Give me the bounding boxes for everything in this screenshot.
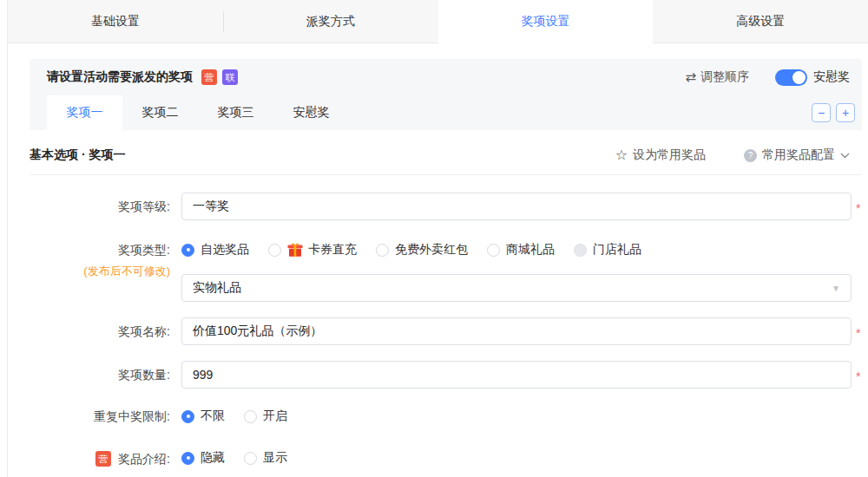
prize-tab-consolation[interactable]: 安慰奖 bbox=[273, 95, 349, 130]
form-row-prize-intro: 营 奖品介绍: 隐藏 显示 bbox=[8, 449, 868, 467]
adjust-order-button[interactable]: ⇄ 调整顺序 bbox=[685, 69, 749, 85]
prize-level-label: 奖项等级: bbox=[8, 193, 170, 220]
form-row-prize-type: 奖项类型: (发布后不可修改) 自选奖品 bbox=[8, 236, 868, 302]
prize-tab-label: 奖项二 bbox=[142, 105, 179, 121]
radio-store-gift[interactable]: 门店礼品 bbox=[574, 242, 641, 258]
prize-tab-actions: − + bbox=[812, 103, 862, 122]
radio-circle bbox=[181, 452, 194, 465]
prize-tab-2[interactable]: 奖项二 bbox=[122, 95, 198, 130]
prize-level-input[interactable] bbox=[181, 193, 852, 220]
tag-ying-badge: 营 bbox=[201, 69, 217, 85]
prize-intro-label-text: 奖品介绍: bbox=[118, 451, 170, 467]
prize-tab-label: 安慰奖 bbox=[293, 105, 330, 121]
adjust-order-label: 调整顺序 bbox=[700, 69, 749, 85]
radio-show-intro[interactable]: 显示 bbox=[244, 450, 287, 466]
radio-label: 不限 bbox=[201, 408, 225, 424]
top-tab-bar: 基础设置 派奖方式 奖项设置 高级设置 bbox=[8, 0, 868, 43]
radio-circle bbox=[268, 244, 281, 257]
radio-label: 开启 bbox=[263, 408, 287, 424]
radio-self-selected-prize[interactable]: 自选奖品 bbox=[181, 242, 249, 258]
radio-label: 免费外卖红包 bbox=[395, 242, 468, 258]
prize-tab-label: 奖项一 bbox=[67, 105, 103, 121]
radio-circle bbox=[574, 244, 587, 257]
radio-circle bbox=[181, 244, 194, 257]
remove-prize-button[interactable]: − bbox=[812, 103, 831, 122]
prize-tab-3[interactable]: 奖项三 bbox=[198, 95, 273, 130]
radio-circle bbox=[181, 410, 194, 423]
prize-type-options: 自选奖品 卡券直充 bbox=[181, 236, 852, 264]
radio-label: 显示 bbox=[263, 450, 287, 466]
prize-quantity-input[interactable] bbox=[181, 361, 852, 389]
radio-label: 卡券直充 bbox=[308, 242, 357, 258]
gift-icon bbox=[286, 241, 304, 258]
tab-advanced-settings[interactable]: 高级设置 bbox=[653, 0, 868, 43]
radio-circle bbox=[244, 410, 257, 423]
question-icon: ? bbox=[744, 149, 757, 162]
form-row-prize-level: 奖项等级: * bbox=[8, 193, 868, 220]
section-header: 基本选项 · 奖项一 ☆ 设为常用奖品 ? 常用奖品配置 bbox=[30, 130, 862, 175]
tab-label: 基础设置 bbox=[91, 14, 140, 29]
repeat-limit-options: 不限 开启 bbox=[181, 408, 306, 425]
common-prize-config-dropdown[interactable]: ? 常用奖品配置 bbox=[744, 147, 850, 163]
caret-down-icon: ▼ bbox=[832, 284, 840, 293]
form-row-prize-quantity: 奖项数量: * bbox=[8, 361, 868, 389]
star-icon: ☆ bbox=[615, 148, 628, 162]
radio-circle bbox=[376, 244, 389, 257]
radio-circle bbox=[244, 452, 257, 465]
tab-label: 派奖方式 bbox=[306, 14, 355, 29]
prize-name-label: 奖项名称: bbox=[8, 317, 170, 345]
chevron-down-icon bbox=[840, 153, 850, 159]
prize-name-input[interactable] bbox=[181, 317, 852, 345]
form-control bbox=[181, 361, 852, 389]
tag-lian-badge: 联 bbox=[222, 69, 238, 85]
tab-basic-settings[interactable]: 基础设置 bbox=[8, 0, 223, 43]
section-title: 基本选项 · 奖项一 bbox=[30, 147, 125, 163]
radio-free-takeout-redpacket[interactable]: 免费外卖红包 bbox=[376, 242, 468, 258]
prize-tab-1[interactable]: 奖项一 bbox=[47, 95, 122, 130]
form-control: 不限 开启 bbox=[181, 408, 306, 425]
radio-no-limit[interactable]: 不限 bbox=[181, 408, 225, 424]
radio-mall-gift[interactable]: 商城礼品 bbox=[487, 242, 555, 258]
set-common-prize-label: 设为常用奖品 bbox=[633, 147, 706, 163]
radio-label: 隐藏 bbox=[201, 450, 225, 466]
radio-hide-intro[interactable]: 隐藏 bbox=[181, 450, 225, 466]
prize-type-label: 奖项类型: (发布后不可修改) bbox=[8, 236, 170, 302]
prize-panel-title: 请设置活动需要派发的奖项 bbox=[47, 69, 193, 85]
radio-label: 门店礼品 bbox=[593, 242, 641, 258]
prize-tab-label: 奖项三 bbox=[218, 105, 254, 121]
swap-arrows-icon: ⇄ bbox=[685, 69, 696, 85]
add-prize-button[interactable]: + bbox=[836, 103, 855, 122]
prize-subtype-select[interactable]: 实物礼品 ▼ bbox=[181, 274, 852, 302]
prize-type-label-text: 奖项类型: bbox=[118, 243, 170, 257]
set-common-prize-button[interactable]: ☆ 设为常用奖品 bbox=[615, 147, 706, 163]
prize-panel: 请设置活动需要派发的奖项 营 联 ⇄ 调整顺序 安慰奖 奖项一 奖项二 奖项三 … bbox=[30, 59, 862, 130]
tab-award-method[interactable]: 派奖方式 bbox=[223, 0, 438, 43]
toggle-knob bbox=[792, 71, 806, 84]
prize-form: 奖项等级: * 奖项类型: (发布后不可修改) 自选奖品 bbox=[8, 175, 868, 467]
form-row-repeat-limit: 重复中奖限制: 不限 开启 bbox=[8, 408, 868, 425]
tab-prize-settings[interactable]: 奖项设置 bbox=[438, 0, 654, 43]
common-prize-config-label: 常用奖品配置 bbox=[762, 147, 835, 163]
prize-panel-header: 请设置活动需要派发的奖项 营 联 ⇄ 调整顺序 安慰奖 bbox=[30, 59, 862, 95]
tab-label: 奖项设置 bbox=[521, 14, 569, 29]
repeat-limit-label: 重复中奖限制: bbox=[8, 408, 170, 425]
radio-card-recharge[interactable]: 卡券直充 bbox=[268, 241, 357, 258]
tag-ying-badge: 营 bbox=[95, 451, 111, 467]
form-row-prize-name: 奖项名称: * bbox=[8, 317, 868, 345]
form-control bbox=[181, 317, 852, 345]
radio-label: 自选奖品 bbox=[201, 242, 249, 258]
radio-label: 商城礼品 bbox=[506, 242, 555, 258]
prize-type-note: (发布后不可修改) bbox=[8, 264, 170, 279]
consolation-prize-toggle[interactable] bbox=[775, 69, 807, 86]
required-marker: * bbox=[856, 361, 860, 389]
tab-label: 高级设置 bbox=[736, 14, 785, 29]
required-marker: * bbox=[856, 193, 860, 220]
consolation-prize-label: 安慰奖 bbox=[813, 69, 850, 85]
prize-tab-bar: 奖项一 奖项二 奖项三 安慰奖 − + bbox=[30, 95, 862, 130]
form-control bbox=[181, 193, 852, 220]
form-control: 隐藏 显示 bbox=[181, 449, 306, 467]
required-marker: * bbox=[856, 317, 860, 345]
radio-enable-limit[interactable]: 开启 bbox=[244, 408, 287, 424]
select-value: 实物礼品 bbox=[193, 280, 241, 296]
form-control: 自选奖品 卡券直充 bbox=[181, 236, 852, 302]
